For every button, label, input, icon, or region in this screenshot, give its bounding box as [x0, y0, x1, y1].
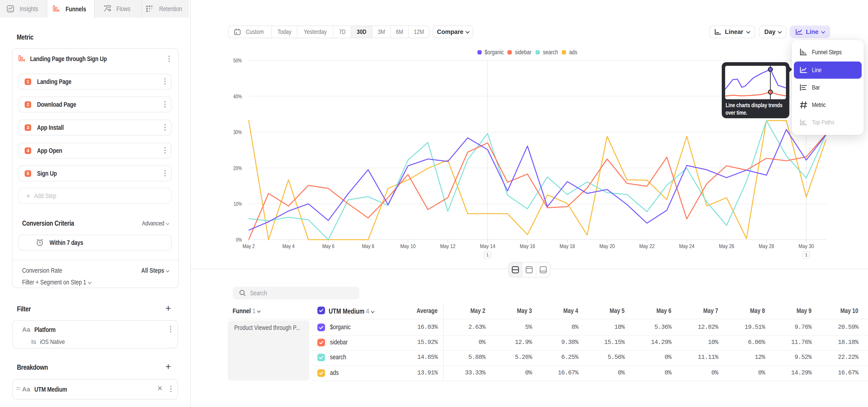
svg-text:May 6: May 6	[322, 243, 334, 249]
svg-text:May 30: May 30	[799, 243, 814, 249]
svg-text:May 2: May 2	[243, 243, 255, 249]
svg-text:30%: 30%	[233, 129, 242, 135]
svg-text:May 14: May 14	[480, 243, 495, 249]
svg-text:May 8: May 8	[362, 243, 374, 249]
svg-text:May 26: May 26	[719, 243, 734, 249]
svg-text:May 18: May 18	[560, 243, 575, 249]
svg-text:50%: 50%	[233, 57, 242, 64]
svg-text:May 28: May 28	[759, 243, 774, 249]
svg-text:0%: 0%	[236, 237, 242, 243]
svg-text:May 20: May 20	[599, 243, 615, 249]
svg-text:May 22: May 22	[639, 243, 655, 249]
svg-text:May 12: May 12	[440, 243, 456, 249]
svg-text:May 10: May 10	[400, 243, 416, 249]
svg-text:20%: 20%	[233, 165, 242, 171]
svg-text:10%: 10%	[234, 201, 242, 207]
svg-text:May 24: May 24	[679, 243, 694, 249]
svg-text:40%: 40%	[233, 93, 242, 99]
svg-text:May 16: May 16	[520, 243, 535, 249]
svg-text:May 4: May 4	[282, 243, 294, 249]
